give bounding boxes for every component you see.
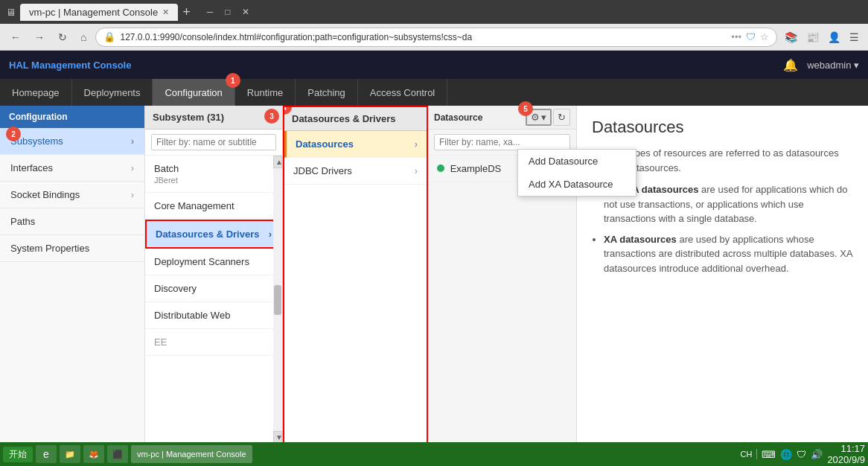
app-title-rest: Management Console <box>28 60 131 71</box>
minimize-button[interactable]: ─ <box>202 5 218 19</box>
sidebar-item-paths[interactable]: Paths <box>0 208 145 235</box>
status-dot-green <box>437 165 444 172</box>
taskbar-shield-tray-icon: 🛡 <box>797 449 806 460</box>
subsystem-filter[interactable] <box>145 130 282 156</box>
taskbar-folder-icon[interactable]: 📁 <box>60 445 80 463</box>
taskbar-keyboard-icon: ⌨ <box>762 449 776 460</box>
nav-item-homepage[interactable]: Homepage <box>0 79 72 106</box>
taskbar-volume-icon: 🔊 <box>811 449 823 460</box>
taskbar-time: 11:17 2020/9/9 <box>827 443 865 465</box>
list-item-datasources-sub[interactable]: Datasources › <box>284 131 427 158</box>
close-button[interactable]: ✕ <box>237 5 254 19</box>
arrow-icon: › <box>269 229 272 240</box>
app-header: HAL Management Console 🔔 webadmin ▾ <box>0 51 868 79</box>
content-title: Datasources <box>592 118 853 137</box>
sidebar-item-socket-bindings[interactable]: Socket Bindings › <box>0 182 145 208</box>
bell-icon[interactable]: 🔔 <box>783 58 798 72</box>
arrow-icon: › <box>415 138 418 150</box>
sidebar-item-system-properties[interactable]: System Properties <box>0 235 145 262</box>
browser-favicon: 🖥 <box>6 7 16 18</box>
close-tab-icon[interactable]: ✕ <box>162 7 169 17</box>
sidebar-item-interfaces[interactable]: Interfaces › <box>0 155 145 182</box>
nav-item-deployments[interactable]: Deployments <box>72 79 153 106</box>
list-item[interactable]: Discovery <box>145 275 282 302</box>
datasource-header-bar: Datasource 5 ⚙ ▾ ↻ <box>428 106 576 130</box>
profile-icon[interactable]: 👤 <box>825 28 843 46</box>
subsystem-list: BatchJBeret Core Management Datasources … <box>145 156 282 444</box>
forward-button[interactable]: → <box>30 28 49 46</box>
bookmark-icon: ☆ <box>760 31 769 42</box>
taskbar-right: CH ⌨ 🌐 🛡 🔊 11:17 2020/9/9 <box>741 443 866 465</box>
time-display: 11:17 <box>827 443 865 454</box>
gear-icon: ⚙ <box>531 112 540 123</box>
taskbar-browser-window[interactable]: vm-pc | Management Console <box>131 445 252 463</box>
subsystem-panel-header: Subsystem (31) <box>145 106 282 130</box>
dropdown-menu: Add Datasource Add XA Datasource <box>517 149 636 197</box>
address-text: 127.0.0.1:9990/console/index.html#config… <box>120 32 727 42</box>
taskbar: 开始 e 📁 🦊 ⬛ vm-pc | Management Console CH… <box>0 442 868 466</box>
shield-icon: 🛡 <box>746 31 756 42</box>
refresh-icon: ↻ <box>558 112 566 123</box>
taskbar-firefox-icon[interactable]: 🦊 <box>83 445 104 463</box>
taskbar-lang: CH <box>741 450 753 459</box>
refresh-button[interactable]: ↻ <box>553 109 570 126</box>
list-item[interactable]: EE <box>145 329 282 356</box>
step3-badge: 3 <box>264 109 279 124</box>
reading-icon[interactable]: 📰 <box>803 28 822 46</box>
scroll-up-arrow[interactable]: ▲ <box>273 156 282 168</box>
step2-badge: 2 <box>6 127 21 141</box>
step1-badge: 1 <box>226 73 240 88</box>
app-title-hal: HAL <box>9 60 28 71</box>
menu-icon[interactable]: ☰ <box>846 28 862 46</box>
list-item[interactable]: Distributable Web <box>145 302 282 329</box>
taskbar-terminal-icon[interactable]: ⬛ <box>107 445 128 463</box>
add-datasource-item[interactable]: Add Datasource <box>518 150 636 173</box>
start-button[interactable]: 开始 <box>3 447 33 462</box>
browser-toolbar: ← → ↻ ⌂ 🔒 127.0.0.1:9990/console/index.h… <box>0 24 868 51</box>
library-icon[interactable]: 📚 <box>782 28 800 46</box>
subsystem-filter-input[interactable] <box>151 134 276 150</box>
new-tab-button[interactable]: + <box>182 4 191 20</box>
arrow-icon: › <box>131 162 134 173</box>
nav-item-patching[interactable]: Patching <box>296 79 358 106</box>
browser-tab[interactable]: vm-pc | Management Console ✕ <box>20 4 178 21</box>
browser-actions: 📚 📰 👤 ☰ <box>782 28 862 46</box>
nav-item-runtime[interactable]: Runtime <box>235 79 296 106</box>
datasource-list: ExampleDS <box>428 156 576 444</box>
arrow-icon: › <box>131 189 134 200</box>
header-right: 🔔 webadmin ▾ <box>783 58 859 72</box>
datasource-column: Datasource 5 ⚙ ▾ ↻ Add Datasource <box>428 106 577 444</box>
arrow-icon: › <box>131 135 134 147</box>
list-item: Non-XA datasources are used for applicat… <box>604 182 853 226</box>
user-label[interactable]: webadmin ▾ <box>807 60 859 71</box>
sidebar-item-subsystems[interactable]: Subsystems › <box>0 128 145 155</box>
nav-item-configuration[interactable]: Configuration 1 <box>153 79 234 106</box>
address-bar[interactable]: 🔒 127.0.0.1:9990/console/index.html#conf… <box>95 28 777 47</box>
datasources-drivers-panel: 4 Datasources & Drivers Datasources › JD… <box>283 106 428 444</box>
taskbar-ie-icon[interactable]: e <box>36 445 57 463</box>
window-controls: ─ □ ✕ <box>202 5 255 19</box>
subsystem-panel: Subsystem (31) 3 BatchJBeret Core Manage… <box>145 106 283 444</box>
list-item-datasources[interactable]: Datasources & Drivers › <box>145 220 282 249</box>
content-bullet-list: Non-XA datasources are used for applicat… <box>604 182 853 275</box>
back-button[interactable]: ← <box>6 28 25 46</box>
list-item-jdbc-drivers[interactable]: JDBC Drivers › <box>284 158 427 185</box>
add-xa-datasource-item[interactable]: Add XA Datasource <box>518 173 636 196</box>
list-item[interactable]: BatchJBeret <box>145 156 282 193</box>
list-item[interactable]: Core Management <box>145 193 282 220</box>
reload-button[interactable]: ↻ <box>54 28 71 46</box>
maximize-button[interactable]: □ <box>220 5 234 19</box>
list-item[interactable]: Deployment Scanners <box>145 249 282 275</box>
bullet-term-2: XA datasources <box>604 234 677 245</box>
datasource-filter-input[interactable] <box>434 134 570 150</box>
browser-titlebar: 🖥 vm-pc | Management Console ✕ + ─ □ ✕ <box>0 0 868 24</box>
ds-drivers-list: Datasources › JDBC Drivers › <box>284 131 427 442</box>
chevron-down-icon: ▾ <box>541 112 546 123</box>
taskbar-ie-tray-icon: 🌐 <box>780 449 792 460</box>
step5-badge: 5 <box>518 101 533 116</box>
nav-item-access-control[interactable]: Access Control <box>358 79 447 106</box>
tab-title: vm-pc | Management Console <box>29 7 158 18</box>
ds-drivers-header: Datasources & Drivers <box>284 107 427 131</box>
home-button[interactable]: ⌂ <box>76 28 91 46</box>
app-title: HAL Management Console <box>9 59 131 71</box>
